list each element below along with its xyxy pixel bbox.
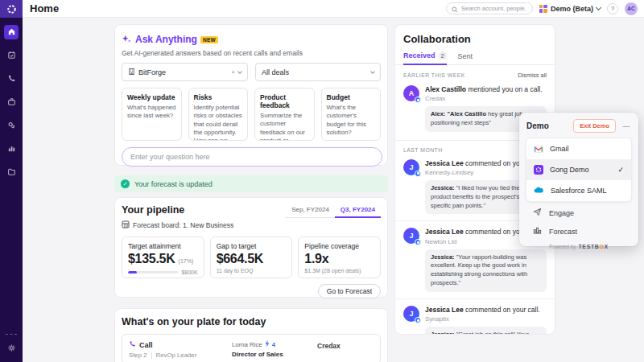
demo-link-label: Engage: [549, 209, 574, 217]
demo-switcher-button[interactable]: Demo (Beta): [539, 5, 601, 13]
call-phone-icon: [129, 340, 136, 349]
prompt-title: Budget: [327, 93, 376, 101]
testbox-grid-icon: [539, 5, 547, 13]
prompt-card-weekly-update[interactable]: Weekly update What's happened since last…: [122, 88, 182, 141]
demo-app-label: Gmail: [550, 145, 569, 153]
call-badge-icon: [415, 97, 421, 103]
tab-quarter[interactable]: Q3, FY2024: [335, 204, 381, 218]
topbar: Home Demo (Beta) ? AC: [23, 0, 644, 18]
bolt-icon: [265, 340, 270, 348]
demo-app-gong[interactable]: Gong Demo ✓: [526, 159, 631, 180]
chevron-down-icon: [237, 69, 242, 74]
forecast-board-label[interactable]: Forecast board: 1. New Business: [133, 221, 233, 229]
avatar: J: [403, 306, 419, 322]
salesforce-icon: [534, 187, 544, 195]
metric-sub: $1.3M (28 open deals): [304, 268, 374, 274]
sidebar-item-settings[interactable]: [4, 341, 19, 356]
exit-demo-button[interactable]: Exit Demo: [573, 119, 616, 133]
demo-app-gmail[interactable]: Gmail: [526, 138, 631, 159]
gong-demo-icon: [534, 165, 543, 175]
search-input[interactable]: [461, 5, 527, 12]
prompt-title: Weekly update: [127, 93, 176, 101]
metric-label: Target attainment: [128, 242, 198, 250]
tab-month[interactable]: Sep, FY2024: [286, 204, 335, 218]
phone-icon: [7, 72, 16, 86]
comment-quote: Jessica: "Great job on this call! Your u…: [425, 327, 547, 335]
demo-link-engage[interactable]: Engage: [519, 204, 638, 222]
tab-received-label: Received: [403, 51, 436, 60]
gong-logo-icon[interactable]: [0, 0, 23, 18]
feed-item-comment[interactable]: J Jessica Lee commented on your call. Sy…: [395, 298, 555, 335]
pipeline-title: Your pipeline: [122, 204, 184, 216]
question-input[interactable]: [122, 147, 382, 167]
tab-received[interactable]: Received 2: [403, 51, 447, 65]
sidebar: [0, 0, 23, 362]
demo-link-label: Forecast: [549, 228, 577, 236]
mention-author: Alex Castillo: [425, 85, 466, 93]
collaboration-title: Collaboration: [395, 33, 555, 45]
sidebar-item-todos[interactable]: [4, 48, 19, 63]
sidebar-item-deals[interactable]: [4, 95, 19, 109]
deals-filter-value: All deals: [262, 68, 289, 76]
user-avatar[interactable]: AC: [625, 2, 638, 15]
metric-value: 1.9x: [304, 252, 374, 266]
sidebar-item-stats[interactable]: [4, 142, 19, 156]
go-to-forecast-button[interactable]: Go to Forecast: [318, 284, 381, 298]
clear-filter-icon[interactable]: ×: [231, 68, 235, 76]
app-window: Home Demo (Beta) ? AC Ask Anything NEW: [0, 0, 644, 362]
demo-popup: Demo Exit Demo — Gmail Gong Demo ✓ Sales…: [519, 113, 638, 246]
board-icon: [122, 220, 130, 230]
demo-app-salesforce[interactable]: Salesforce SAML: [526, 180, 631, 201]
help-button[interactable]: ?: [607, 3, 618, 14]
metric-label: Gap to target: [217, 242, 287, 250]
check-circle-icon: ✓: [121, 179, 130, 188]
minimize-icon[interactable]: —: [621, 124, 631, 129]
prompt-desc: What's the customer's budget for this so…: [327, 104, 376, 137]
building-icon: [128, 68, 135, 76]
attainment-progress-bar: [128, 271, 178, 274]
section-label-earlier: EARLIER THIS WEEK: [403, 72, 465, 78]
comment-author: Jessica Lee: [425, 306, 464, 314]
prompt-card-risks[interactable]: Risks Identify potential risks or obstac…: [188, 88, 249, 141]
task-account[interactable]: Credax: [317, 342, 341, 350]
global-search[interactable]: [446, 2, 533, 14]
section-label-last-month: LAST MONTH: [403, 147, 443, 153]
home-icon: [7, 25, 16, 39]
plate-card: What's on your plate for today Call Step…: [114, 308, 388, 362]
check-icon: ✓: [617, 166, 624, 174]
ask-anything-card: Ask Anything NEW Get AI-generated answer…: [114, 24, 388, 166]
sidebar-item-coaching[interactable]: [4, 118, 19, 133]
prompt-card-budget[interactable]: Budget What's the customer's budget for …: [321, 88, 382, 141]
account-filter-select[interactable]: BitForge ×: [122, 63, 248, 81]
prompt-desc: What's happened since last week?: [127, 104, 176, 121]
chevron-down-icon: [596, 5, 601, 10]
call-badge-icon: [415, 239, 421, 245]
demo-app-label: Gong Demo: [550, 166, 589, 174]
sparkle-icon: [122, 32, 132, 47]
tab-sent[interactable]: Sent: [458, 52, 473, 64]
forecast-chart-icon: [533, 226, 542, 237]
prompt-desc: Identify potential risks or obstacles th…: [194, 104, 243, 141]
prompt-card-product-feedback[interactable]: Product feedback Summarize the customer …: [254, 88, 315, 141]
comment-author: Jessica Lee: [425, 159, 464, 167]
powered-by-label: Powered by: [549, 244, 576, 249]
ask-anything-subtitle: Get AI-generated answers based on recent…: [122, 49, 381, 57]
task-person-title: Director of Sales: [232, 351, 317, 358]
sidebar-item-library[interactable]: [4, 165, 19, 179]
sidebar-item-calls[interactable]: [4, 72, 19, 86]
dismiss-all-link[interactable]: Dismiss all: [518, 72, 547, 79]
task-type: Call: [139, 341, 153, 349]
prompt-title: Risks: [194, 93, 243, 101]
powered-by-row: Powered by TESTBOX: [519, 244, 638, 249]
demo-app-label: Salesforce SAML: [551, 187, 607, 195]
demo-link-forecast[interactable]: Forecast: [519, 222, 638, 241]
task-row-call[interactable]: Call Step 2 RevOp Leader Lorna Rice 4 Di…: [122, 334, 381, 362]
sidebar-item-home[interactable]: [4, 25, 19, 39]
account-filter-value: BitForge: [138, 68, 166, 76]
avatar: J: [403, 159, 419, 175]
forecast-banner-text: Your forecast is updated: [134, 180, 213, 188]
metric-label: Pipeline coverage: [304, 242, 374, 250]
divider: [151, 352, 152, 359]
tasks-icon: [7, 48, 16, 63]
deals-filter-select[interactable]: All deals: [255, 63, 381, 81]
